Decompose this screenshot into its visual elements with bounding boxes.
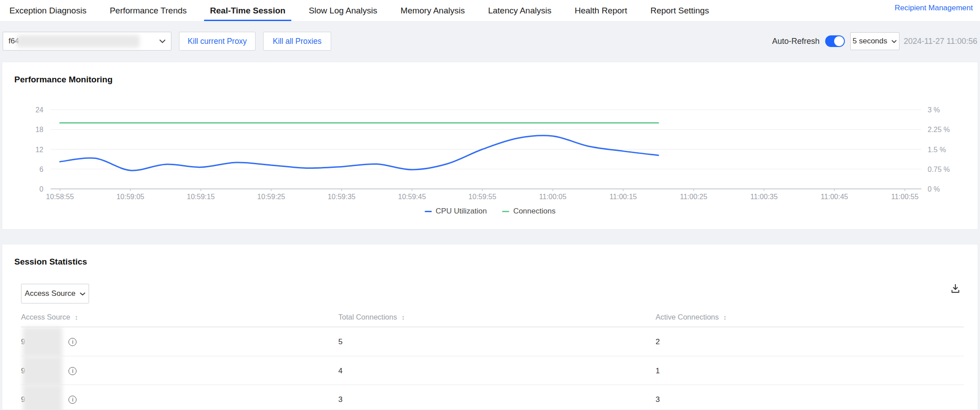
- total-connections-cell: 5: [338, 337, 656, 346]
- column-header-total-connections[interactable]: Total Connections↕: [338, 313, 656, 321]
- session-statistics-card: Session Statistics Access Source Access …: [2, 244, 978, 410]
- real-time-session-page: Exception DiagnosisPerformance TrendsRea…: [0, 0, 980, 410]
- tab-bar: Exception DiagnosisPerformance TrendsRea…: [0, 0, 980, 21]
- toolbar: f64 Kill current Proxy Kill all Proxies …: [0, 21, 980, 62]
- chevron-down-icon: [891, 37, 897, 46]
- svg-text:2.25 %: 2.25 %: [928, 126, 950, 133]
- svg-text:0 %: 0 %: [928, 185, 940, 193]
- svg-text:11:00:05: 11:00:05: [539, 193, 567, 201]
- download-button[interactable]: [949, 283, 962, 295]
- svg-text:1.5 %: 1.5 %: [928, 146, 946, 154]
- sort-icon[interactable]: ↕: [723, 313, 727, 321]
- info-icon[interactable]: i: [68, 396, 77, 404]
- info-icon[interactable]: i: [68, 367, 77, 375]
- legend-item-connections[interactable]: Connections: [502, 207, 556, 216]
- tab-performance-trends[interactable]: Performance Trends: [104, 0, 192, 21]
- download-icon: [950, 289, 961, 296]
- kill-current-proxy-button[interactable]: Kill current Proxy: [179, 32, 256, 51]
- last-refresh-timestamp: 2024-11-27 11:00:56: [904, 37, 977, 46]
- access-source-filter-label: Access Source: [25, 289, 75, 298]
- sort-icon[interactable]: ↕: [75, 313, 78, 321]
- tab-real-time-session[interactable]: Real-Time Session: [204, 0, 291, 21]
- svg-text:3 %: 3 %: [928, 106, 940, 114]
- table-header: Access Source↕Total Connections↕Active C…: [21, 307, 964, 327]
- tab-exception-diagnosis[interactable]: Exception Diagnosis: [4, 0, 92, 21]
- tab-latency-analysis[interactable]: Latency Analysis: [482, 0, 558, 21]
- column-label: Total Connections: [338, 313, 397, 321]
- legend-label: Connections: [513, 207, 556, 216]
- legend-dash-icon: [425, 211, 432, 212]
- svg-text:0.75 %: 0.75 %: [928, 166, 950, 173]
- svg-text:0: 0: [39, 185, 43, 193]
- refresh-interval-select[interactable]: 5 seconds: [850, 32, 899, 50]
- svg-text:12: 12: [35, 146, 43, 154]
- svg-text:10:59:05: 10:59:05: [116, 193, 144, 201]
- svg-text:10:59:45: 10:59:45: [398, 193, 426, 201]
- redacted-access-source: [23, 327, 62, 357]
- refresh-controls: Auto-Refresh 5 seconds 2024-11-27 11:00:…: [772, 32, 977, 51]
- legend-item-cpu-utilization[interactable]: CPU Utilization: [425, 207, 487, 216]
- chart-legend: CPU UtilizationConnections: [2, 207, 978, 216]
- svg-text:6: 6: [39, 166, 43, 173]
- active-connections-cell: 1: [656, 367, 964, 376]
- legend-label: CPU Utilization: [436, 207, 487, 216]
- access-source-filter-select[interactable]: Access Source: [21, 284, 89, 303]
- info-icon[interactable]: i: [68, 338, 77, 346]
- chevron-down-icon: [80, 289, 85, 298]
- table-body: 9i529i419i33: [21, 327, 964, 410]
- sort-icon[interactable]: ↕: [401, 313, 405, 321]
- table-row: 9i52: [21, 327, 964, 356]
- chevron-down-icon: [159, 37, 166, 45]
- total-connections-cell: 3: [338, 395, 656, 404]
- active-connections-cell: 3: [656, 395, 964, 404]
- column-label: Access Source: [21, 313, 70, 321]
- redacted-access-source: [23, 385, 62, 410]
- svg-text:10:59:55: 10:59:55: [469, 193, 496, 201]
- tab-memory-analysis[interactable]: Memory Analysis: [395, 0, 471, 21]
- tab-report-settings[interactable]: Report Settings: [644, 0, 715, 21]
- tabs-nav: Exception DiagnosisPerformance TrendsRea…: [4, 0, 726, 21]
- tab-slow-log-analysis[interactable]: Slow Log Analysis: [303, 0, 383, 21]
- session-card-title: Session Statistics: [14, 257, 87, 267]
- svg-text:11:00:15: 11:00:15: [609, 193, 637, 201]
- active-connections-cell: 2: [656, 337, 964, 346]
- refresh-interval-value: 5 seconds: [852, 37, 887, 46]
- access-source-cell: 9i: [21, 385, 338, 410]
- svg-text:11:00:35: 11:00:35: [750, 193, 778, 201]
- redacted-proxy-id: [17, 35, 140, 47]
- column-header-access-source[interactable]: Access Source↕: [21, 313, 338, 321]
- redacted-access-source: [23, 356, 62, 386]
- table-row: 9i33: [21, 385, 964, 410]
- performance-chart: 243 %182.25 %121.5 %60.75 %00 %10:58:551…: [2, 62, 979, 230]
- svg-text:10:59:25: 10:59:25: [257, 193, 285, 201]
- svg-text:11:00:55: 11:00:55: [891, 193, 918, 201]
- svg-text:18: 18: [35, 126, 43, 133]
- svg-text:10:58:55: 10:58:55: [46, 193, 74, 201]
- recipient-management-link[interactable]: Recipient Management: [895, 4, 973, 13]
- svg-text:10:59:15: 10:59:15: [187, 193, 215, 201]
- kill-all-proxies-button[interactable]: Kill all Proxies: [263, 32, 331, 51]
- total-connections-cell: 4: [338, 367, 656, 376]
- proxy-instance-select[interactable]: f64: [3, 32, 171, 51]
- tab-health-report[interactable]: Health Report: [569, 0, 633, 21]
- svg-text:11:00:45: 11:00:45: [821, 193, 848, 201]
- column-label: Active Connections: [656, 313, 719, 321]
- access-source-cell: 9i: [21, 356, 338, 386]
- performance-monitoring-card: Performance Monitoring 243 %182.25 %121.…: [2, 62, 978, 230]
- svg-text:11:00:25: 11:00:25: [680, 193, 707, 201]
- auto-refresh-toggle[interactable]: [825, 35, 845, 47]
- table-row: 9i41: [21, 356, 964, 385]
- access-source-cell: 9i: [21, 327, 338, 357]
- legend-dash-icon: [502, 211, 509, 212]
- svg-text:24: 24: [35, 106, 43, 114]
- auto-refresh-label: Auto-Refresh: [772, 37, 819, 46]
- column-header-active-connections[interactable]: Active Connections↕: [656, 313, 964, 321]
- svg-text:10:59:35: 10:59:35: [328, 193, 355, 201]
- toggle-knob: [834, 36, 844, 46]
